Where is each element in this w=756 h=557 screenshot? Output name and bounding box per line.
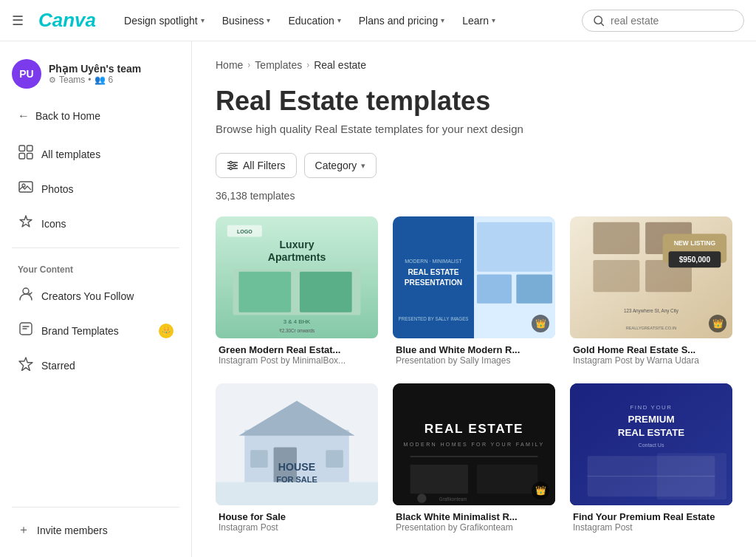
svg-text:FIND YOUR: FIND YOUR <box>630 404 672 411</box>
category-button[interactable]: Category ▾ <box>304 153 377 178</box>
page-subtitle: Browse high quality Real Estate template… <box>216 123 732 135</box>
card-body: Blue and White Modern R... Presentation … <box>393 338 555 369</box>
template-card-blue-white[interactable]: MODERN · MINIMALIST REAL ESTATE PRESENTA… <box>393 216 555 369</box>
svg-rect-38 <box>593 260 639 292</box>
hamburger-icon[interactable]: ☰ <box>12 13 24 29</box>
template-card-house-sale[interactable]: HOUSE FOR SALE House for Sale Instagram … <box>216 383 378 536</box>
main-content: Home › Templates › Real estate Real Esta… <box>192 41 756 557</box>
svg-rect-21 <box>238 272 291 312</box>
svg-rect-1 <box>19 146 25 151</box>
template-card-black-minimalist[interactable]: REAL ESTATE MODERN HOMES FOR YOUR FAMILY… <box>393 383 555 536</box>
sidebar-item-all-templates[interactable]: All templates <box>6 137 185 171</box>
members-icon: 👥 <box>94 75 106 85</box>
logo[interactable]: Canva <box>38 9 96 32</box>
card-subtitle: Instagram Post <box>573 522 729 533</box>
starred-label: Starred <box>41 360 75 372</box>
user-info: Phạm Uyên's team ⚙ Teams • 👥 6 <box>49 63 141 85</box>
chevron-down-icon: ▾ <box>201 16 205 24</box>
sidebar-item-photos[interactable]: Photos <box>6 172 185 205</box>
svg-text:REAL ESTATE: REAL ESTATE <box>425 421 523 436</box>
svg-rect-52 <box>216 482 378 505</box>
svg-text:₹2.30Cr onwards: ₹2.30Cr onwards <box>279 328 315 333</box>
svg-text:Luxury: Luxury <box>279 239 314 250</box>
card-subtitle: Instagram Post <box>219 522 375 533</box>
svg-point-13 <box>230 167 232 169</box>
category-label: Category <box>315 160 357 171</box>
team-icon: ⚙ <box>49 75 56 85</box>
user-team: ⚙ Teams • 👥 6 <box>49 75 141 85</box>
card-title: Green Modern Real Estat... <box>219 344 375 355</box>
svg-point-61 <box>417 493 427 503</box>
breadcrumb-sep-2: › <box>306 60 309 70</box>
search-bar[interactable]: real estate <box>582 10 744 32</box>
photos-label: Photos <box>41 183 74 195</box>
user-name: Phạm Uyên's team <box>49 63 141 75</box>
filters-row: All Filters Category ▾ <box>216 153 732 178</box>
nav-education[interactable]: Education ▾ <box>281 10 348 31</box>
sidebar-item-creators-you-follow[interactable]: Creators You Follow <box>6 279 185 312</box>
template-card-gold-listing[interactable]: NEW LISTING $950,000 123 Anywhere St, An… <box>570 216 732 369</box>
nav-business[interactable]: Business ▾ <box>215 10 278 31</box>
svg-rect-51 <box>326 450 343 468</box>
template-card-premium-re[interactable]: FIND YOUR PREMIUM REAL ESTATE Contact Us… <box>570 383 732 536</box>
breadcrumb-templates[interactable]: Templates <box>255 59 302 71</box>
svg-rect-3 <box>27 146 33 151</box>
svg-text:NEW LISTING: NEW LISTING <box>674 239 716 247</box>
svg-text:REAL ESTATE: REAL ESTATE <box>408 268 458 276</box>
crown-badge: 👑 <box>532 315 549 332</box>
svg-text:HOUSE: HOUSE <box>278 461 315 473</box>
card-body: Black White Minimalist R... Presentation… <box>393 505 555 536</box>
svg-text:3 & 4 BHK: 3 & 4 BHK <box>284 318 311 325</box>
svg-rect-32 <box>516 275 552 304</box>
chevron-down-icon: ▾ <box>441 16 444 24</box>
sidebar-divider-2 <box>12 507 179 508</box>
svg-rect-22 <box>300 272 352 312</box>
svg-text:REALLYGREATSITE.CO.IN: REALLYGREATSITE.CO.IN <box>626 326 676 330</box>
all-filters-label: All Filters <box>243 160 286 171</box>
card-visual: FIND YOUR PREMIUM REAL ESTATE Contact Us <box>570 383 732 505</box>
breadcrumb-sep-1: › <box>247 60 250 70</box>
all-filters-button[interactable]: All Filters <box>216 153 297 178</box>
chevron-down-icon: ▾ <box>267 16 270 24</box>
breadcrumb: Home › Templates › Real estate <box>216 59 732 71</box>
svg-rect-30 <box>477 222 552 272</box>
back-to-home-item[interactable]: ← Back to Home <box>6 102 185 130</box>
sidebar-item-brand-templates[interactable]: Brand Templates 👑 <box>6 314 185 347</box>
templates-grid: LOGO Luxury Apartments 3 & 4 BHK ₹2.30Cr… <box>216 216 732 536</box>
card-title: Gold Home Real Estate S... <box>573 344 729 355</box>
svg-text:PREMIUM: PREMIUM <box>628 414 674 425</box>
card-subtitle: Presentation by Sally Images <box>396 355 552 366</box>
avatar: PU <box>12 59 41 89</box>
breadcrumb-home[interactable]: Home <box>216 59 243 71</box>
main-layout: PU Phạm Uyên's team ⚙ Teams • 👥 6 ← Back… <box>0 41 756 557</box>
icons-label: Icons <box>41 218 66 230</box>
nav-design-spotlight[interactable]: Design spotlight ▾ <box>117 10 212 31</box>
sidebar-divider <box>12 247 179 248</box>
svg-rect-50 <box>250 450 268 468</box>
chevron-down-icon: ▾ <box>337 16 341 24</box>
template-card-green-modern[interactable]: LOGO Luxury Apartments 3 & 4 BHK ₹2.30Cr… <box>216 216 378 369</box>
search-icon <box>593 15 605 27</box>
card-body: Green Modern Real Estat... Instagram Pos… <box>216 338 378 369</box>
chevron-down-icon: ▾ <box>361 161 365 171</box>
star-icon <box>18 356 34 375</box>
card-visual: HOUSE FOR SALE <box>216 383 378 505</box>
breadcrumb-current: Real estate <box>314 59 366 71</box>
svg-point-12 <box>233 164 236 166</box>
svg-text:PRESENTED BY SALLY IMAGES: PRESENTED BY SALLY IMAGES <box>398 316 468 321</box>
svg-rect-2 <box>19 154 25 160</box>
your-content-label: Your Content <box>0 256 191 278</box>
sidebar-item-icons[interactable]: Icons <box>6 207 185 240</box>
brand-templates-icon <box>18 321 34 340</box>
card-subtitle: Instagram Post by Warna Udara <box>573 355 729 366</box>
invite-members-item[interactable]: ＋ Invite members <box>6 515 185 545</box>
top-nav: ☰ Canva Design spotlight ▾ Business ▾ Ed… <box>0 0 756 41</box>
search-input[interactable]: real estate <box>611 15 729 27</box>
invite-label: Invite members <box>37 524 108 536</box>
svg-rect-58 <box>410 456 538 457</box>
nav-learn[interactable]: Learn ▾ <box>455 10 503 31</box>
nav-plans-pricing[interactable]: Plans and pricing ▾ <box>351 10 452 31</box>
svg-text:FOR SALE: FOR SALE <box>276 475 317 484</box>
sidebar-item-starred[interactable]: Starred <box>6 349 185 382</box>
card-subtitle: Presentation by Grafikonteam <box>396 522 552 533</box>
